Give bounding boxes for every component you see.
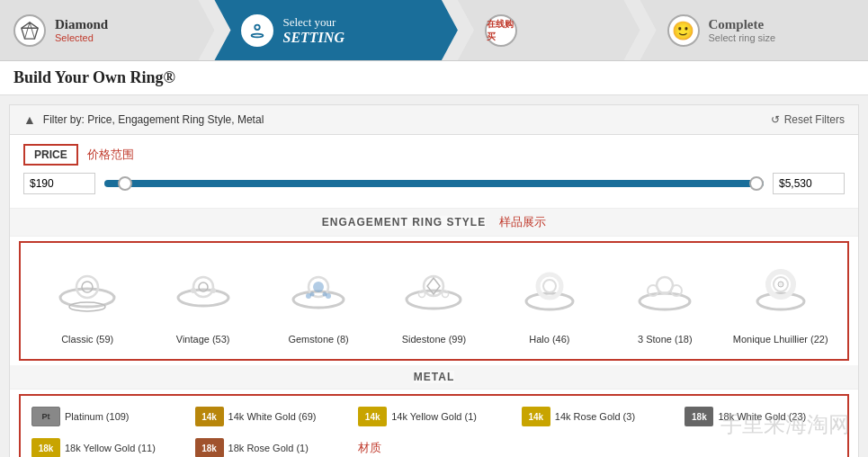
svg-point-31 [640,293,690,309]
price-section: PRICE 价格范围 [10,135,858,209]
metal-section-label: METAL [414,371,454,383]
svg-point-8 [76,276,98,298]
metal-18k-rose[interactable]: 18k 18k Rose Gold (1) [192,435,351,457]
price-slider-track[interactable] [104,180,764,187]
14k-white-label: 14k White Gold (69) [228,411,317,422]
14k-rose-label: 14k Rose Gold (3) [555,411,635,422]
ring-img-classic [38,257,137,329]
ring-style-3stone[interactable]: 3 Stone (18) [607,252,722,350]
reset-filters-button[interactable]: ↺ Reset Filters [771,113,845,126]
page-title: Build Your Own Ring® [13,68,855,87]
reset-icon: ↺ [771,113,780,126]
complete-step-title: Complete [709,17,776,32]
metal-grid: Pt Platinum (109) 14k 14k White Gold (69… [28,403,840,457]
engagement-section: ENGAGEMENT RING STYLE 样品展示 Classic (59) [10,209,858,361]
svg-point-12 [193,277,213,297]
diamond-icon [13,14,46,47]
platinum-badge: Pt [31,407,60,426]
metal-14k-yellow[interactable]: 14k 14k Yellow Gold (1) [354,403,514,430]
ring-img-halo [500,257,599,329]
price-badge: PRICE [23,144,78,166]
18k-yellow-label: 18k Yellow Gold (11) [65,443,156,453]
metal-label-row: METAL [15,371,853,383]
18k-yellow-badge: 18k [31,438,60,457]
filter-toggle-icon[interactable]: ▲ [23,112,36,127]
mid-icon: 在线购买 [485,14,517,47]
ring-style-gemstone[interactable]: Gemstone (8) [261,252,376,350]
main-content: ▲ Filter by: Price, Engagement Ring Styl… [9,104,859,457]
material-cn-label: 材质 [358,440,381,456]
complete-step-text: Complete Select ring size [709,17,776,43]
price-min-input[interactable] [23,173,95,194]
svg-point-22 [326,293,331,299]
ring-name-sidestone: Sidestone (99) [402,334,467,345]
sample-cn-label: 样品展示 [499,214,546,230]
metal-14k-rose[interactable]: 14k 14k Rose Gold (3) [518,403,677,430]
ring-style-halo[interactable]: Halo (46) [492,252,607,350]
14k-white-badge: 14k [195,407,224,426]
ring-name-vintage: Vintage (53) [176,334,230,345]
step-complete[interactable]: 🙂 Complete Select ring size [640,0,868,60]
steps-bar: Diamond Selected Select your Setting 在线购… [0,0,868,61]
metal-18k-yellow[interactable]: 18k 18k Yellow Gold (11) [28,435,187,457]
metal-grid-section: Pt Platinum (109) 14k 14k White Gold (69… [19,394,849,457]
svg-marker-0 [22,22,38,38]
material-cn-item: 材质 [354,435,514,457]
price-range-cn-label: 价格范围 [87,147,134,163]
svg-point-18 [313,282,324,292]
metal-platinum[interactable]: Pt Platinum (109) [28,403,187,430]
18k-white-label: 18k White Gold (23) [718,411,806,422]
complete-icon: 🙂 [667,14,700,47]
svg-point-38 [778,282,783,287]
setting-step-text: Select your Setting [282,15,344,46]
ring-img-gemstone [269,257,368,329]
filter-bar-left: ▲ Filter by: Price, Engagement Ring Styl… [23,112,264,127]
metal-14k-white[interactable]: 14k 14k White Gold (69) [192,403,351,430]
ring-style-classic[interactable]: Classic (59) [30,252,145,350]
diamond-step-text: Diamond Selected [55,17,108,43]
ring-name-gemstone: Gemstone (8) [288,334,348,345]
svg-point-4 [255,24,261,29]
svg-point-5 [252,33,264,37]
setting-step-title: Setting [282,30,344,46]
step-diamond[interactable]: Diamond Selected [0,0,214,60]
filter-label: Filter by: Price, Engagement Ring Style,… [43,113,264,126]
14k-rose-badge: 14k [522,407,550,426]
ring-name-3stone: 3 Stone (18) [638,334,693,345]
price-slider-row [23,173,845,194]
svg-point-9 [82,282,93,292]
step-setting[interactable]: Select your Setting [214,0,457,60]
metal-section: METAL Pt Platinum (109) 14k 14k White Go… [10,365,858,457]
ring-name-classic: Classic (59) [61,334,113,345]
ring-img-vintage [154,257,253,329]
ring-style-monique[interactable]: Monique Lhuillier (22) [723,252,838,350]
18k-rose-label: 18k Rose Gold (1) [228,443,309,453]
svg-point-15 [210,288,216,293]
diamond-step-sub: Selected [55,32,108,43]
price-label-row: PRICE 价格范围 [23,144,845,166]
setting-step-line1: Select your [282,15,344,30]
setting-icon [241,14,273,47]
reset-label: Reset Filters [784,113,845,126]
ring-name-halo: Halo (46) [529,334,569,345]
diamond-step-title: Diamond [55,17,108,32]
18k-rose-badge: 18k [195,438,224,457]
14k-yellow-badge: 14k [358,407,387,426]
step-mid[interactable]: 在线购买 [458,0,640,60]
page-title-bar: Build Your Own Ring® [0,61,868,95]
price-max-input[interactable] [773,173,845,194]
metal-18k-white[interactable]: 18k 18k White Gold (23) [681,403,840,430]
engagement-label-row: ENGAGEMENT RING STYLE 样品展示 [15,214,853,230]
ring-styles-grid: Classic (59) Vintage (53) Gemstone (8) [30,252,838,350]
ring-styles-section: Classic (59) Vintage (53) Gemstone (8) [19,241,849,361]
ring-style-vintage[interactable]: Vintage (53) [145,252,260,350]
slider-thumb-right[interactable] [749,176,764,191]
svg-point-16 [293,291,344,308]
ring-style-sidestone[interactable]: Sidestone (99) [376,252,491,350]
ring-img-monique [731,257,830,329]
ring-img-sidestone [384,257,483,329]
ring-name-monique: Monique Lhuillier (22) [733,334,828,345]
svg-point-20 [310,292,315,297]
filter-bar: ▲ Filter by: Price, Engagement Ring Styl… [10,105,858,135]
slider-thumb-left[interactable] [118,176,132,191]
